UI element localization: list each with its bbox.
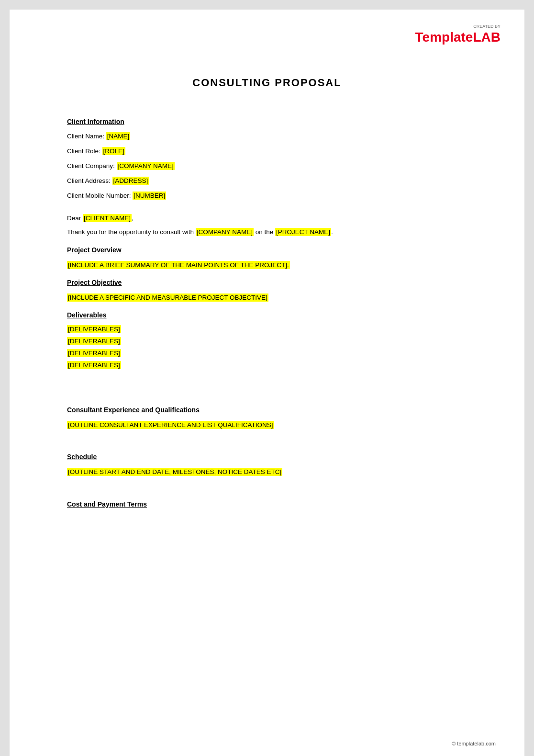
logo-area: CREATED BY TemplateLAB: [415, 24, 501, 45]
intro-company: [COMPANY NAME]: [196, 228, 254, 236]
client-name-value: [NAME]: [106, 132, 131, 140]
client-address-label: Client Address:: [67, 177, 112, 184]
project-objective-value: [INCLUDE A SPECIFIC AND MEASURABLE PROJE…: [67, 293, 268, 302]
schedule-value: [OUTLINE START AND END DATE, MILESTONES,…: [67, 468, 282, 476]
project-overview-value: [INCLUDE A BRIEF SUMMARY OF THE MAIN POI…: [67, 261, 290, 269]
intro-suffix: .: [331, 228, 333, 236]
intro-middle: on the: [254, 228, 275, 236]
schedule-section: Schedule [OUTLINE START AND END DATE, MI…: [67, 453, 467, 477]
page: CREATED BY TemplateLAB CONSULTING PROPOS…: [10, 10, 524, 756]
schedule-heading: Schedule: [67, 453, 467, 461]
consultant-experience-value: [OUTLINE CONSULTANT EXPERIENCE AND LIST …: [67, 421, 274, 429]
consultant-experience-section: Consultant Experience and Qualifications…: [67, 406, 467, 430]
client-address-value: [ADDRESS]: [112, 177, 149, 185]
client-role-label: Client Role:: [67, 147, 102, 155]
page-title: CONSULTING PROPOSAL: [67, 77, 467, 89]
dear-client-name: [CLIENT NAME]: [83, 214, 132, 222]
client-mobile-row: Client Mobile Number: [NUMBER]: [67, 192, 467, 201]
cost-payment-heading: Cost and Payment Terms: [67, 500, 467, 508]
intro-prefix: Thank you for the opportunity to consult…: [67, 228, 196, 236]
project-overview-content: [INCLUDE A BRIEF SUMMARY OF THE MAIN POI…: [67, 260, 467, 270]
deliverable-item-1: [DELIVERABLES]: [67, 326, 467, 333]
footer: © templatelab.com: [452, 741, 496, 746]
deliverables-heading: Deliverables: [67, 311, 467, 319]
project-overview-section: Project Overview [INCLUDE A BRIEF SUMMAR…: [67, 246, 467, 270]
deliverables-section: Deliverables [DELIVERABLES] [DELIVERABLE…: [67, 311, 467, 369]
deliverable-2-value: [DELIVERABLES]: [67, 337, 121, 345]
intro-text: Thank you for the opportunity to consult…: [67, 227, 467, 237]
client-mobile-value: [NUMBER]: [133, 192, 166, 200]
client-information-section: Client Information Client Name: [NAME] C…: [67, 118, 467, 200]
client-name-row: Client Name: [NAME]: [67, 132, 467, 141]
project-objective-content: [INCLUDE A SPECIFIC AND MEASURABLE PROJE…: [67, 293, 467, 303]
project-objective-section: Project Objective [INCLUDE A SPECIFIC AN…: [67, 279, 467, 303]
client-role-value: [ROLE]: [102, 147, 125, 155]
client-mobile-label: Client Mobile Number:: [67, 192, 133, 199]
footer-text: © templatelab.com: [452, 741, 496, 746]
dear-suffix: ,: [132, 214, 134, 222]
client-info-heading: Client Information: [67, 118, 467, 125]
deliverable-item-3: [DELIVERABLES]: [67, 350, 467, 357]
project-overview-heading: Project Overview: [67, 246, 467, 254]
deliverable-item-4: [DELIVERABLES]: [67, 361, 467, 369]
logo: TemplateLAB: [415, 30, 501, 45]
cost-payment-section: Cost and Payment Terms: [67, 500, 467, 508]
client-address-row: Client Address: [ADDRESS]: [67, 177, 467, 186]
created-by-label: CREATED BY: [415, 24, 501, 29]
deliverable-1-value: [DELIVERABLES]: [67, 325, 121, 333]
intro-project: [PROJECT NAME]: [275, 228, 331, 236]
logo-red-text: LAB: [473, 30, 501, 45]
project-objective-heading: Project Objective: [67, 279, 467, 286]
deliverable-3-value: [DELIVERABLES]: [67, 349, 121, 357]
dear-prefix: Dear: [67, 214, 83, 222]
consultant-experience-content: [OUTLINE CONSULTANT EXPERIENCE AND LIST …: [67, 420, 467, 430]
deliverables-list: [DELIVERABLES] [DELIVERABLES] [DELIVERAB…: [67, 326, 467, 369]
client-name-label: Client Name:: [67, 133, 106, 140]
client-role-row: Client Role: [ROLE]: [67, 147, 467, 156]
dear-line: Dear [CLIENT NAME],: [67, 214, 467, 222]
logo-black-text: Template: [415, 30, 473, 45]
consultant-experience-heading: Consultant Experience and Qualifications: [67, 406, 467, 414]
client-company-row: Client Company: [COMPANY NAME]: [67, 162, 467, 171]
deliverable-item-2: [DELIVERABLES]: [67, 338, 467, 345]
deliverable-4-value: [DELIVERABLES]: [67, 361, 121, 369]
client-company-label: Client Company:: [67, 162, 117, 169]
schedule-content: [OUTLINE START AND END DATE, MILESTONES,…: [67, 467, 467, 477]
client-company-value: [COMPANY NAME]: [117, 162, 175, 170]
